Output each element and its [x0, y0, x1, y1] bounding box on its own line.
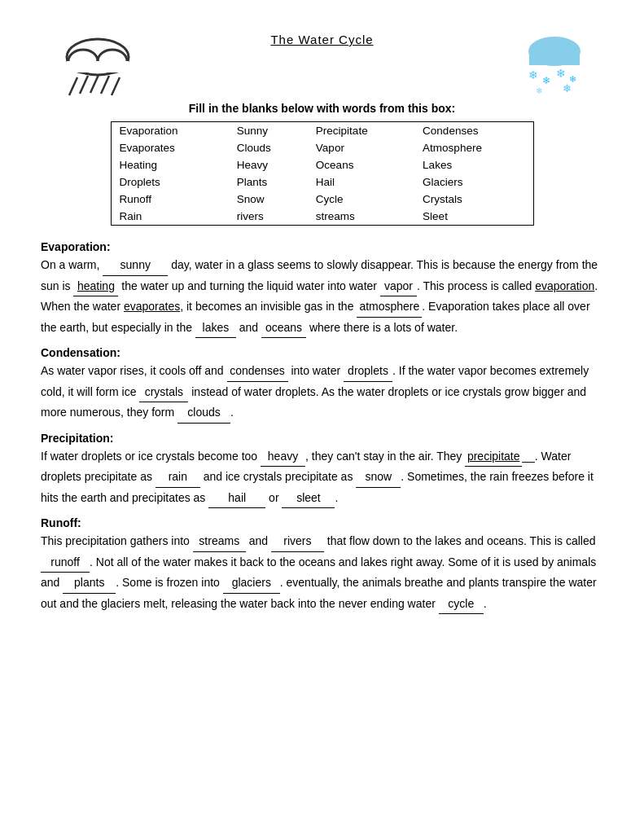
word-heavy: Heavy [229, 156, 308, 173]
word-heating: Heating [112, 156, 229, 173]
cloud-rain-icon [57, 29, 138, 100]
svg-text:❄: ❄ [536, 86, 542, 95]
blank-atmosphere: atmosphere [357, 296, 422, 318]
blank-crystals: crystals [139, 382, 188, 403]
word-box: Evaporation Sunny Precipitate Condenses … [111, 121, 534, 226]
word-runoff: Runoff [112, 191, 229, 208]
blank-precipitate: precipitate [465, 446, 522, 467]
word-evaporates: Evaporates [112, 139, 229, 156]
blank-lakes: lakes [195, 318, 236, 339]
condensation-header: Condensation: [41, 346, 603, 359]
blank-rain: rain [156, 467, 200, 488]
blank-vapor: vapor [380, 276, 417, 297]
text-evaporation: evaporation [535, 279, 594, 292]
word-vapor: Vapor [308, 139, 414, 156]
evaporation-section: Evaporation: On a warm, sunny day, water… [41, 240, 603, 338]
blank-condenses: condenses [227, 361, 288, 382]
blank-sleet: sleet [282, 488, 335, 509]
instructions: Fill in the blanks below with words from… [41, 102, 603, 115]
word-precipitate: Precipitate [308, 122, 414, 139]
svg-line-7 [101, 76, 109, 94]
word-rain: Rain [112, 208, 229, 225]
word-atmosphere: Atmosphere [414, 139, 532, 156]
evaporation-para1: On a warm, sunny day, water in a glass s… [41, 255, 603, 338]
blank-snow: snow [356, 467, 401, 488]
precipitation-para1: If water droplets or ice crystals become… [41, 446, 603, 509]
condensation-section: Condensation: As water vapor rises, it c… [41, 346, 603, 424]
word-oceans: Oceans [308, 156, 414, 173]
precipitation-header: Precipitation: [41, 432, 603, 445]
word-sleet: Sleet [414, 208, 532, 225]
blank-streams: streams [193, 531, 246, 552]
word-sunny: Sunny [229, 122, 308, 139]
word-snow: Snow [229, 191, 308, 208]
svg-text:❄: ❄ [528, 68, 538, 81]
word-glaciers: Glaciers [414, 173, 532, 191]
condensation-para1: As water vapor rises, it cools off and c… [41, 361, 603, 424]
cloud-snow-icon: ❄ ❄ ❄ ❄ ❄ ❄ [514, 29, 595, 100]
runoff-header: Runoff: [41, 516, 603, 529]
blank-oceans: oceans [261, 318, 306, 339]
svg-line-6 [90, 75, 99, 93]
precipitation-section: Precipitation: If water droplets or ice … [41, 432, 603, 509]
word-droplets: Droplets [112, 173, 229, 191]
svg-line-5 [80, 76, 88, 94]
svg-rect-3 [67, 61, 129, 72]
blank-rivers: rivers [271, 531, 324, 552]
blank-hail: hail [208, 488, 265, 509]
word-lakes: Lakes [414, 156, 532, 173]
svg-line-4 [69, 77, 77, 95]
blank-heavy: heavy [261, 446, 305, 467]
blank-heating: heating [73, 276, 118, 297]
word-cycle: Cycle [308, 191, 414, 208]
blank-runoff: runoff [41, 552, 90, 573]
svg-line-8 [112, 77, 120, 95]
blank-glaciers: glaciers [223, 573, 280, 594]
runoff-section: Runoff: This precipitation gathers into … [41, 516, 603, 614]
blank-sunny: sunny [103, 255, 168, 276]
word-crystals: Crystals [414, 191, 532, 208]
blank-clouds: clouds [177, 402, 230, 424]
svg-rect-12 [529, 55, 580, 65]
blank-plants: plants [63, 573, 116, 594]
word-evaporation: Evaporation [112, 122, 229, 139]
word-rivers: rivers [229, 208, 308, 225]
text-evaporates: evaporates [124, 300, 180, 313]
word-hail: Hail [308, 173, 414, 191]
word-condenses: Condenses [414, 122, 532, 139]
svg-text:❄: ❄ [563, 82, 572, 94]
word-clouds: Clouds [229, 139, 308, 156]
word-streams: streams [308, 208, 414, 225]
svg-text:❄: ❄ [542, 75, 550, 86]
evaporation-header: Evaporation: [41, 240, 603, 253]
blank-cycle: cycle [439, 594, 484, 615]
svg-text:❄: ❄ [556, 67, 566, 80]
blank-droplets: droplets [344, 361, 392, 382]
runoff-para1: This precipitation gathers into streams … [41, 531, 603, 614]
word-plants: Plants [229, 173, 308, 191]
